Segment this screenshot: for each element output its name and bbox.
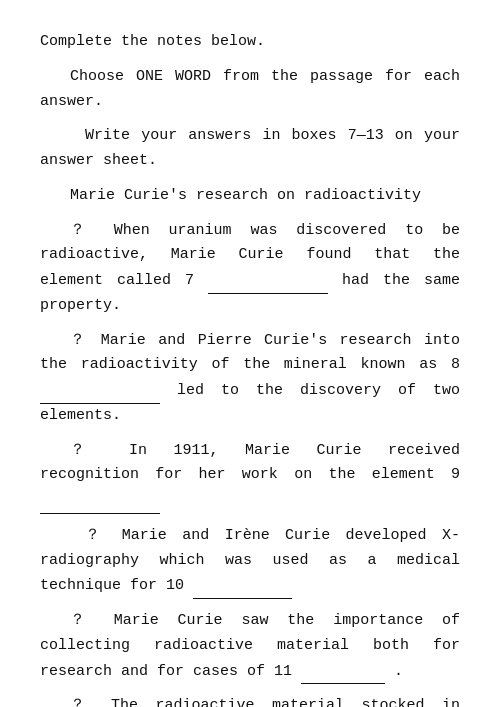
text-q11-end: . [394,663,403,680]
blank-11 [301,659,385,685]
para-q7: ？ When uranium was discovered to be radi… [40,219,460,319]
bullet-q9: ？ [70,442,103,459]
choose-text: Choose ONE WORD from the passage for eac… [40,68,460,110]
bullet-q7: ？ [70,222,95,239]
blank-10 [193,573,292,599]
text-q8: Marie and Pierre Curie's research into t… [40,332,460,374]
para-q11: ？ Marie Curie saw the importance of coll… [40,609,460,684]
blank-9 [40,488,160,514]
para-q12: ？ The radioactive material stocked in Pa… [40,694,460,707]
marie-header-text: Marie Curie's research on radioactivity [70,187,421,204]
bullet-q8: ？ [70,332,88,349]
line-complete: Complete the notes below. [40,30,460,55]
blank-8 [40,378,160,404]
para-q8: ？ Marie and Pierre Curie's research into… [40,329,460,429]
text-q9: In 1911, Marie Curie received recognitio… [40,442,460,484]
para-q9: ？ In 1911, Marie Curie received recognit… [40,439,460,514]
line-write: Write your answers in boxes 7—13 on your… [40,124,460,174]
text-q12-start: ？ The radioactive material stocked in Pa… [40,697,460,707]
line-marie-header: Marie Curie's research on radioactivity [40,184,460,209]
bullet-q10: ？ [85,527,106,544]
bullet-q11: ？ [70,612,95,629]
line-choose: Choose ONE WORD from the passage for eac… [40,65,460,115]
write-text: Write your answers in boxes 7—13 on your… [40,127,460,169]
blank-7 [208,268,328,294]
para-q10: ？ Marie and Irène Curie developed X-radi… [40,524,460,599]
